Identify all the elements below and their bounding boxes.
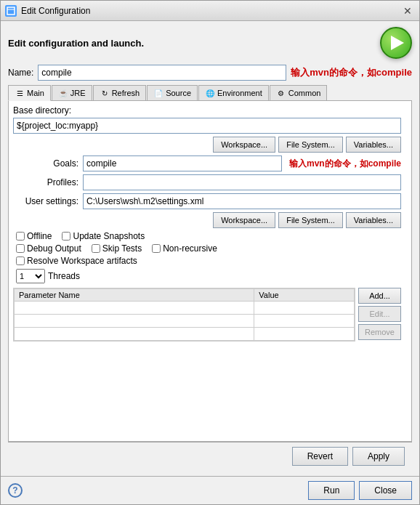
tab-refresh-label: Refresh: [112, 89, 140, 97]
help-button[interactable]: ?: [8, 483, 23, 498]
action-buttons: Revert Apply: [292, 447, 405, 466]
launch-button[interactable]: [380, 27, 412, 59]
workspace-button-2[interactable]: Workspace...: [213, 212, 275, 228]
play-icon: [391, 36, 404, 50]
skip-tests-checkbox[interactable]: [92, 244, 100, 253]
non-recursive-checkbox-item: Non-recursive: [152, 243, 217, 254]
param-value-cell: [254, 315, 355, 328]
threads-label: Threads: [48, 271, 80, 281]
update-snapshots-checkbox[interactable]: [62, 232, 70, 241]
checkbox-row-1: Offline Update Snapshots: [13, 231, 401, 241]
base-directory-label: Base directory:: [13, 105, 401, 116]
param-value-cell: [254, 328, 355, 341]
panel-scroll[interactable]: Base directory: Workspace... File System…: [13, 105, 407, 437]
checkbox-row-3: Resolve Workspace artifacts: [13, 256, 401, 266]
tabs-row: ☰ Main ☕ JRE ↻ Refresh 📄 Source 🌐 Enviro…: [8, 85, 412, 101]
common-tab-icon: ⚙: [276, 88, 286, 98]
param-col-value: Value: [254, 289, 355, 302]
filesystem-button-2[interactable]: File System...: [278, 212, 343, 228]
add-button[interactable]: Add...: [358, 288, 401, 304]
profiles-row: Profiles:: [13, 174, 401, 190]
offline-checkbox-item: Offline: [16, 231, 52, 241]
close-button[interactable]: ✕: [400, 4, 415, 18]
tab-main-label: Main: [27, 89, 44, 97]
debug-output-checkbox-item: Debug Output: [16, 243, 81, 254]
update-snapshots-checkbox-item: Update Snapshots: [62, 231, 145, 241]
param-value-cell: [254, 302, 355, 315]
base-directory-input[interactable]: [13, 118, 401, 134]
checkbox-row-2: Debug Output Skip Tests Non-recursive: [13, 243, 401, 254]
skip-tests-checkbox-item: Skip Tests: [92, 243, 142, 254]
close-button[interactable]: Close: [359, 481, 412, 500]
workspace-button-1[interactable]: Workspace...: [213, 137, 275, 153]
variables-button-1[interactable]: Variables...: [346, 137, 401, 153]
source-tab-icon: 📄: [153, 88, 163, 98]
param-col-name: Parameter Name: [15, 289, 254, 302]
goals-row: Goals: 输入mvn的命令，如compile: [13, 155, 401, 171]
svg-rect-0: [7, 7, 15, 15]
goals-annotation: 输入mvn的命令，如compile: [289, 158, 401, 170]
environment-tab-icon: 🌐: [205, 88, 215, 98]
name-row: Name: 输入mvn的命令，如compile: [8, 65, 412, 81]
revert-button[interactable]: Revert: [292, 447, 348, 466]
param-buttons: Add... Edit... Remove: [358, 288, 401, 342]
header-row: Edit configuration and launch.: [8, 27, 412, 59]
title-bar: Edit Configuration ✕: [1, 1, 419, 21]
name-input[interactable]: [38, 65, 286, 81]
tab-source[interactable]: 📄 Source: [147, 85, 198, 100]
table-row: [15, 328, 355, 341]
tab-main[interactable]: ☰ Main: [8, 85, 51, 101]
tab-jre-label: JRE: [70, 89, 86, 97]
user-settings-button-row: Workspace... File System... Variables...: [13, 212, 401, 228]
remove-button[interactable]: Remove: [358, 324, 401, 340]
filesystem-button-1[interactable]: File System...: [278, 137, 343, 153]
name-annotation: 输入mvn的命令，如compile: [291, 66, 412, 79]
tab-common[interactable]: ⚙ Common: [270, 85, 328, 100]
param-name-cell: [15, 328, 254, 341]
table-row: [15, 302, 355, 315]
main-tab-icon: ☰: [15, 88, 25, 98]
param-table-container: Parameter Name Value: [13, 288, 401, 342]
base-dir-button-row: Workspace... File System... Variables...: [13, 137, 401, 153]
main-panel: Base directory: Workspace... File System…: [8, 101, 412, 442]
variables-button-2[interactable]: Variables...: [346, 212, 401, 228]
resolve-workspace-checkbox[interactable]: [16, 256, 25, 265]
tab-environment-label: Environment: [217, 89, 262, 97]
jre-tab-icon: ☕: [58, 88, 68, 98]
tab-refresh[interactable]: ↻ Refresh: [93, 85, 147, 100]
tab-common-label: Common: [288, 89, 321, 97]
user-settings-label: User settings:: [13, 196, 78, 206]
param-name-cell: [15, 315, 254, 328]
user-settings-input[interactable]: [83, 193, 401, 209]
offline-checkbox[interactable]: [16, 232, 25, 241]
debug-output-checkbox[interactable]: [16, 244, 25, 253]
window-icon: [5, 5, 17, 17]
table-row: [15, 315, 355, 328]
apply-button[interactable]: Apply: [352, 447, 405, 466]
profiles-input[interactable]: [83, 174, 401, 190]
non-recursive-label: Non-recursive: [163, 243, 217, 254]
resolve-workspace-label: Resolve Workspace artifacts: [27, 256, 137, 266]
tab-jre[interactable]: ☕ JRE: [52, 85, 92, 100]
tab-environment[interactable]: 🌐 Environment: [198, 85, 269, 100]
param-name-cell: [15, 302, 254, 315]
refresh-tab-icon: ↻: [100, 88, 110, 98]
debug-output-label: Debug Output: [27, 243, 81, 254]
content-area: Edit configuration and launch. Name: 输入m…: [1, 21, 419, 476]
goals-input[interactable]: [83, 155, 282, 171]
update-snapshots-label: Update Snapshots: [73, 231, 145, 241]
user-settings-row: User settings:: [13, 193, 401, 209]
param-table: Parameter Name Value: [14, 288, 355, 341]
footer-buttons: Run Close: [308, 481, 412, 500]
threads-select[interactable]: 1 2 4: [16, 269, 45, 283]
name-label: Name:: [8, 68, 33, 78]
dialog-header: Edit configuration and launch.: [8, 38, 144, 49]
edit-button[interactable]: Edit...: [358, 306, 401, 322]
skip-tests-label: Skip Tests: [102, 243, 142, 254]
resolve-workspace-checkbox-item: Resolve Workspace artifacts: [16, 256, 137, 266]
footer-bar: ? Run Close: [1, 476, 419, 504]
tab-source-label: Source: [166, 89, 191, 97]
non-recursive-checkbox[interactable]: [152, 244, 161, 253]
profiles-label: Profiles:: [13, 177, 78, 187]
run-button[interactable]: Run: [308, 481, 355, 500]
